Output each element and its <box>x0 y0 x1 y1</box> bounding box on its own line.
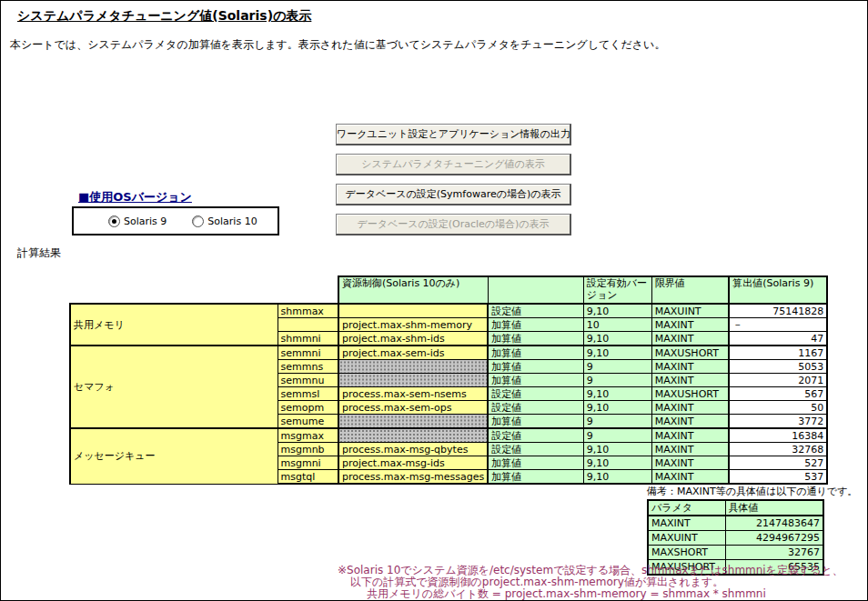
resource-control-cell: project.max-shm-ids <box>338 332 488 346</box>
remarks-param-cell: MAXINT <box>648 516 725 531</box>
page-title: システムパラメタチューニング値(Solaris)の表示 <box>17 8 311 25</box>
param-cell <box>278 318 338 332</box>
value-type-cell: 加算値 <box>488 470 583 485</box>
param-cell: semmni <box>278 346 338 360</box>
resource-control-cell: process.max-msg-qbytes <box>338 443 488 456</box>
header-effective-version: 設定有効バージョン <box>583 276 651 304</box>
table-row: セマフォsemmniproject.max-sem-ids加算値9,10MAXU… <box>70 346 827 360</box>
resource-control-cell <box>338 304 488 318</box>
version-cell: 9,10 <box>583 387 651 401</box>
param-cell: msgmax <box>278 428 338 443</box>
version-cell: 9 <box>583 360 651 374</box>
resource-control-na-cell <box>338 360 488 374</box>
system-resource-table: 資源制御(Solaris 10のみ) 設定有効バージョン 限界値 算出値(Sol… <box>69 275 828 485</box>
action-button-3[interactable]: データベースの設定(Symfowareの場合)の表示 <box>336 184 571 205</box>
os-option-solaris-9[interactable]: Solaris 9 <box>108 215 167 227</box>
version-cell: 9,10 <box>583 332 651 346</box>
header-value-type <box>488 276 583 304</box>
version-cell: 9 <box>583 428 651 443</box>
os-option-solaris-10[interactable]: Solaris 10 <box>192 215 257 227</box>
version-cell: 10 <box>583 318 651 332</box>
calculated-value-cell: 1167 <box>729 346 827 360</box>
calculated-value-cell: 5053 <box>729 360 827 374</box>
calculated-value-cell: 3772 <box>729 415 827 429</box>
limit-cell: MAXINT <box>651 456 729 470</box>
value-type-cell: 加算値 <box>488 415 583 429</box>
version-cell: 9,10 <box>583 346 651 360</box>
radio-label: Solaris 9 <box>124 215 167 227</box>
limit-cell: MAXINT <box>651 318 729 332</box>
header-spacer <box>278 276 338 304</box>
os-version-label: ■使用OSバージョン <box>78 189 192 205</box>
limit-cell: MAXINT <box>651 443 729 456</box>
calculated-value-cell: 50 <box>729 401 827 415</box>
remarks-param-cell: MAXUINT <box>648 531 725 546</box>
remarks-value-cell: 4294967295 <box>725 531 823 546</box>
radio-icon[interactable] <box>192 215 204 227</box>
header-resource-control: 資源制御(Solaris 10のみ) <box>338 276 488 304</box>
resource-control-cell: project.max-shm-memory <box>338 318 488 332</box>
limit-cell: MAXINT <box>651 332 729 346</box>
version-cell: 9 <box>583 374 651 387</box>
remarks-param-cell: MAXSHORT <box>648 546 725 560</box>
resource-control-cell: project.max-msg-ids <box>338 456 488 470</box>
os-version-group: Solaris 9Solaris 10 <box>72 206 279 235</box>
remarks-row: MAXINT2147483647 <box>648 516 823 531</box>
limit-cell: MAXINT <box>651 401 729 415</box>
footnote-line: 共用メモリの総バイト数 = project.max-shm-memory = s… <box>336 588 827 600</box>
action-button-1[interactable]: ワークユニット設定とアプリケーション情報の出力 <box>336 124 571 145</box>
value-type-cell: 加算値 <box>488 456 583 470</box>
limit-cell: MAXINT <box>651 415 729 429</box>
remarks-row: MAXSHORT32767 <box>648 546 823 560</box>
header-spacer <box>70 276 278 304</box>
table-header-row: 資源制御(Solaris 10のみ) 設定有効バージョン 限界値 算出値(Sol… <box>70 276 827 304</box>
remarks-title: 備考：MAXINT等の具体値は以下の通りです。 <box>647 485 857 498</box>
calculated-value-cell: － <box>729 318 827 332</box>
calculated-value-cell: 527 <box>729 456 827 470</box>
resource-control-cell: process.max-msg-messages <box>338 470 488 485</box>
value-type-cell: 加算値 <box>488 374 583 387</box>
sheet-view: システムパラメタチューニング値(Solaris)の表示 本シートでは、システムパ… <box>0 0 868 601</box>
param-cell: semmns <box>278 360 338 374</box>
limit-cell: MAXUSHORT <box>651 387 729 401</box>
value-type-cell: 設定値 <box>488 443 583 456</box>
footnote: ※Solaris 10でシステム資源を/etc/systemで設定する場合、sh… <box>336 565 827 600</box>
remarks-value-cell: 2147483647 <box>725 516 823 531</box>
value-type-cell: 加算値 <box>488 360 583 374</box>
param-cell: msgmnb <box>278 443 338 456</box>
limit-cell: MAXINT <box>651 428 729 443</box>
value-type-cell: 設定値 <box>488 387 583 401</box>
param-cell: shmmax <box>278 304 338 318</box>
param-cell: semmnu <box>278 374 338 387</box>
version-cell: 9,10 <box>583 304 651 318</box>
category-cell: 共用メモリ <box>70 304 278 346</box>
param-cell: msgmni <box>278 456 338 470</box>
calculated-value-cell: 16384 <box>729 428 827 443</box>
version-cell: 9,10 <box>583 470 651 485</box>
radio-label: Solaris 10 <box>207 215 257 227</box>
action-button-2: システムパラメタチューニング値の表示 <box>336 154 571 175</box>
limit-cell: MAXINT <box>651 374 729 387</box>
action-button-4: データベースの設定(Oracleの場合)の表示 <box>336 214 571 235</box>
resource-control-na-cell <box>338 428 488 443</box>
calc-result-label: 計算結果 <box>17 245 61 261</box>
version-cell: 9,10 <box>583 456 651 470</box>
resource-control-cell: project.max-sem-ids <box>338 346 488 360</box>
table-row: 共用メモリshmmax設定値9,10MAXUINT75141828 <box>70 304 827 318</box>
resource-control-cell: process.max-sem-ops <box>338 401 488 415</box>
header-limit: 限界値 <box>651 276 729 304</box>
category-cell: セマフォ <box>70 346 278 428</box>
limit-cell: MAXUINT <box>651 304 729 318</box>
value-type-cell: 設定値 <box>488 304 583 318</box>
value-type-cell: 設定値 <box>488 428 583 443</box>
calculated-value-cell: 567 <box>729 387 827 401</box>
remarks-row: MAXUINT4294967295 <box>648 531 823 546</box>
value-type-cell: 加算値 <box>488 332 583 346</box>
calculated-value-cell: 32768 <box>729 443 827 456</box>
remarks-value-cell: 32767 <box>725 546 823 560</box>
calculated-value-cell: 47 <box>729 332 827 346</box>
value-type-cell: 加算値 <box>488 346 583 360</box>
radio-icon[interactable] <box>108 215 120 227</box>
resource-control-cell: process.max-sem-nsems <box>338 387 488 401</box>
version-cell: 9,10 <box>583 443 651 456</box>
